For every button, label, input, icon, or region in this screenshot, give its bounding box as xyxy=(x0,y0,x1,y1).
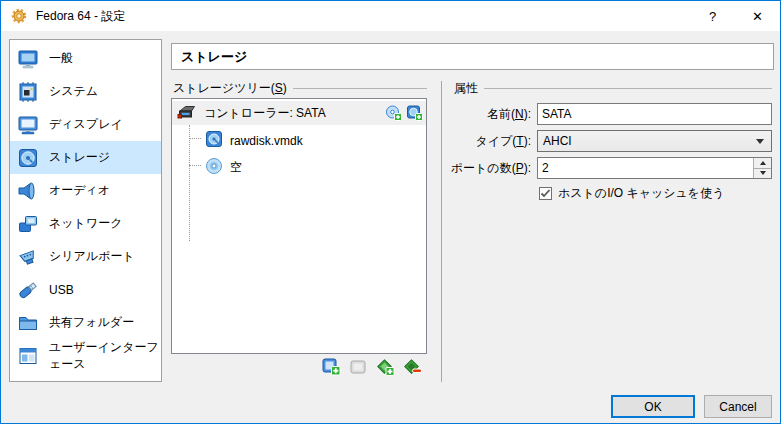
host-cache-row: ホストのI/O キャッシュを使う xyxy=(539,185,724,202)
tree-row-controller-sata[interactable]: コントローラー: SATA xyxy=(172,101,426,125)
host-cache-label: ホストのI/O キャッシュを使う xyxy=(558,185,724,202)
spinner-down-button[interactable] xyxy=(754,168,771,179)
remove-controller-button[interactable] xyxy=(348,357,368,377)
storage-tree: コントローラー: SATA rawdisk.vmdk xyxy=(171,98,427,354)
sidebar-item-user-interface[interactable]: ユーザーインターフェース xyxy=(10,339,161,372)
sidebar-item-label: シリアルポート xyxy=(49,248,135,265)
tree-row-label: rawdisk.vmdk xyxy=(230,134,303,148)
storage-tree-toolbar xyxy=(321,357,422,377)
sidebar-item-network[interactable]: ネットワーク xyxy=(10,207,161,240)
sidebar-item-label: システム xyxy=(49,83,98,100)
storage-icon xyxy=(15,145,41,171)
title-bar: Fedora 64 - 設定 ? ✕ xyxy=(1,1,780,31)
sidebar-item-general[interactable]: 一般 xyxy=(10,42,161,75)
tree-row-empty-optical[interactable]: 空 xyxy=(172,154,426,181)
sidebar-item-system[interactable]: システム xyxy=(10,75,161,108)
tree-row-label: 空 xyxy=(230,159,242,176)
sidebar-item-storage[interactable]: ストレージ xyxy=(10,141,161,174)
gear-icon xyxy=(11,8,27,24)
sidebar-item-label: 一般 xyxy=(49,50,73,67)
user-interface-icon xyxy=(15,343,41,369)
port-count-input[interactable] xyxy=(537,157,772,179)
settings-category-list: 一般 システム ディスプレイ ストレージ オーディオ xyxy=(9,39,162,382)
name-input[interactable] xyxy=(537,103,772,125)
sidebar-item-audio[interactable]: オーディオ xyxy=(10,174,161,207)
storage-tree-group-text: ストレージツリー(S) xyxy=(173,80,287,97)
triangle-down-icon xyxy=(760,171,766,175)
sidebar-item-usb[interactable]: USB xyxy=(10,273,161,306)
sidebar-item-shared-folders[interactable]: 共有フォルダー xyxy=(10,306,161,339)
sata-controller-icon xyxy=(177,103,197,123)
spinner-up-button[interactable] xyxy=(754,158,771,168)
port-count-label: ポートの数(P): xyxy=(421,157,531,179)
storage-tree-group-label: ストレージツリー(S) xyxy=(173,81,427,95)
type-dropdown-value: AHCI xyxy=(543,134,572,148)
display-icon xyxy=(15,112,41,138)
help-button[interactable]: ? xyxy=(690,1,735,31)
general-icon xyxy=(15,46,41,72)
network-icon xyxy=(15,211,41,237)
sidebar-item-label: ユーザーインターフェース xyxy=(49,339,161,373)
group-rule xyxy=(293,88,427,89)
chevron-down-icon xyxy=(756,139,764,144)
sidebar-item-display[interactable]: ディスプレイ xyxy=(10,108,161,141)
add-optical-drive-button[interactable] xyxy=(384,104,402,122)
sidebar-item-label: オーディオ xyxy=(49,182,110,199)
sidebar-item-label: 共有フォルダー xyxy=(49,314,134,331)
add-attachment-button[interactable] xyxy=(375,357,395,377)
sidebar-item-label: ディスプレイ xyxy=(49,116,123,133)
spinner-buttons xyxy=(753,158,771,178)
settings-window: Fedora 64 - 設定 ? ✕ 一般 システム ディスプレイ xyxy=(0,0,781,424)
hard-disk-icon xyxy=(205,130,223,151)
add-controller-button[interactable] xyxy=(321,357,341,377)
tree-row-rawdisk[interactable]: rawdisk.vmdk xyxy=(172,127,426,154)
page-title: ストレージ xyxy=(171,43,774,70)
sidebar-item-label: USB xyxy=(49,283,74,297)
type-dropdown[interactable]: AHCI xyxy=(537,130,772,152)
serial-port-icon xyxy=(15,244,41,270)
usb-icon xyxy=(15,277,41,303)
triangle-up-icon xyxy=(760,161,766,165)
shared-folders-icon xyxy=(15,310,41,336)
remove-attachment-button[interactable] xyxy=(402,357,422,377)
sidebar-item-label: ストレージ xyxy=(49,149,110,166)
tree-row-label: コントローラー: SATA xyxy=(204,105,326,122)
name-label: 名前(N): xyxy=(421,103,531,125)
sidebar-item-label: ネットワーク xyxy=(49,215,122,232)
panel-separator xyxy=(441,81,442,382)
sidebar-item-serial-ports[interactable]: シリアルポート xyxy=(10,240,161,273)
controller-actions xyxy=(384,104,423,122)
attributes-group-label: 属性 xyxy=(454,81,772,95)
port-count-spinner xyxy=(537,157,772,179)
cancel-button[interactable]: Cancel xyxy=(704,395,772,418)
host-cache-checkbox[interactable] xyxy=(539,187,552,200)
group-rule xyxy=(484,88,772,89)
type-label: タイプ(T): xyxy=(421,130,531,152)
optical-disc-icon xyxy=(205,157,223,178)
ok-button[interactable]: OK xyxy=(611,395,695,418)
close-button[interactable]: ✕ xyxy=(735,1,780,31)
system-icon xyxy=(15,79,41,105)
attributes-group-text: 属性 xyxy=(454,80,478,97)
audio-icon xyxy=(15,178,41,204)
check-icon xyxy=(540,188,551,199)
window-title: Fedora 64 - 設定 xyxy=(36,8,125,25)
